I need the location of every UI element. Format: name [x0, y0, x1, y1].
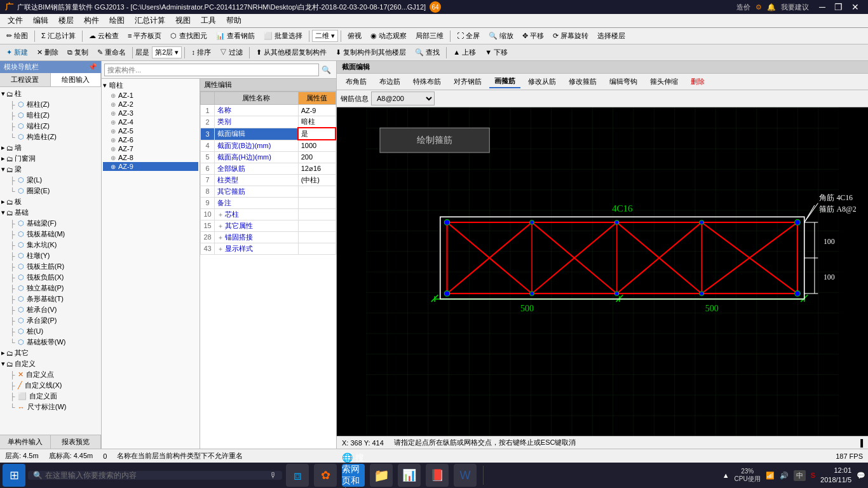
taskbar-arrow-icon[interactable]: ▲ — [722, 471, 729, 479]
tab-hook-extend[interactable]: 箍头伸缩 — [645, 76, 683, 88]
rename-btn[interactable]: ✎ 重命名 — [93, 46, 130, 58]
search-icon[interactable]: 🔍 — [319, 65, 334, 74]
tree-end-col[interactable]: ├ ⬡ 端柱(Z) — [1, 121, 100, 132]
tree-dim[interactable]: └↔尺寸标注(W) — [1, 402, 100, 412]
menu-file[interactable]: 文件 — [3, 14, 28, 27]
cloud-check-btn[interactable]: ☁ 云检查 — [85, 30, 123, 42]
tree-custom-line[interactable]: ├╱自定义线(X) — [1, 380, 100, 391]
tab-corner-bar[interactable]: 布角筋 — [341, 76, 372, 88]
notification-btn[interactable]: 💬 — [857, 471, 865, 480]
tree-window[interactable]: ▸ 🗂 门窗洞 — [1, 153, 100, 164]
find-btn[interactable]: 🔍 查找 — [411, 46, 444, 58]
tree-frame-col[interactable]: ├ ⬡ 框柱(Z) — [1, 99, 100, 110]
taskbar-search-input[interactable] — [45, 471, 267, 480]
fullscreen-btn[interactable]: ⛶ 全屏 — [453, 30, 484, 42]
tab-edit-hook[interactable]: 编辑弯钩 — [604, 76, 642, 88]
tree-pile[interactable]: ├⬡桩(U) — [1, 326, 100, 337]
copy-btn[interactable]: ⧉ 复制 — [64, 46, 92, 58]
tree-foundation[interactable]: ▾ 🗂 基础 — [1, 207, 100, 218]
start-btn[interactable]: ⊞ — [3, 464, 25, 487]
tree-struct-col[interactable]: └ ⬡ 构造柱(Z) — [1, 132, 100, 142]
comp-tree-anzcol[interactable]: ▾ 暗柱 — [103, 80, 198, 91]
menu-tools[interactable]: 工具 — [196, 14, 221, 27]
comp-az4[interactable]: ⊕ AZ-4 — [103, 118, 198, 126]
taskbar-app-excel[interactable]: 📊 — [398, 464, 421, 487]
move-down-btn[interactable]: ▼ 下移 — [481, 46, 512, 58]
taskbar-app-explorer[interactable]: ⧈ — [286, 464, 309, 487]
tree-indep-found[interactable]: ├⬡独立基础(P) — [1, 283, 100, 294]
tab-draw-stirrup[interactable]: 画箍筋 — [489, 75, 520, 88]
menu-help[interactable]: 帮助 — [221, 14, 247, 27]
restore-btn[interactable]: ❐ — [831, 2, 846, 12]
tree-beam-l[interactable]: ├ ⬡ 梁(L) — [1, 175, 100, 186]
ime-indicator[interactable]: 中 — [794, 470, 806, 481]
tree-custom-face[interactable]: ├⬜自定义面 — [1, 391, 100, 402]
tree-col-pier[interactable]: ├⬡柱墩(Y) — [1, 250, 100, 261]
comp-az8[interactable]: ⊕ AZ-8 — [103, 153, 198, 162]
canvas-area[interactable]: 绘制箍筋 500 500 — [337, 107, 868, 436]
copy-to-floor-btn[interactable]: ⬇ 复制构件到其他楼层 — [332, 46, 410, 58]
tree-col[interactable]: ▾ 🗂 柱 — [1, 88, 100, 99]
tab-draw-input[interactable]: 绘图输入 — [51, 73, 102, 86]
comp-az1[interactable]: ⊕ AZ-1 — [103, 91, 198, 100]
tree-beam[interactable]: ▾ 🗂 梁 — [1, 164, 100, 175]
menu-edit[interactable]: 编辑 — [28, 14, 53, 27]
filter-btn[interactable]: ▽ 过滤 — [216, 46, 247, 58]
taskbar-search-bar[interactable]: 🔍 🎙 — [28, 471, 282, 480]
search-input[interactable] — [104, 64, 319, 76]
screen-rotate-btn[interactable]: ⟳ 屏幕旋转 — [549, 30, 592, 42]
tab-special-bar[interactable]: 特殊布筋 — [408, 76, 446, 88]
menu-component[interactable]: 构件 — [79, 14, 104, 27]
top-view-btn[interactable]: 俯视 — [344, 30, 365, 42]
local-3d-btn[interactable]: 局部三维 — [412, 30, 447, 42]
comp-az7[interactable]: ⊕ AZ-7 — [103, 144, 198, 153]
comp-az2[interactable]: ⊕ AZ-2 — [103, 100, 198, 109]
view-steel-btn[interactable]: 📊 查看钢筋 — [212, 30, 259, 42]
tree-other[interactable]: ▸🗂其它 — [1, 348, 100, 358]
find-elem-btn[interactable]: ⬡ 查找图元 — [166, 30, 210, 42]
taskbar-app-word[interactable]: W — [454, 464, 477, 487]
menu-view[interactable]: 视图 — [170, 14, 196, 27]
tab-project-settings[interactable]: 工程设置 — [0, 73, 51, 86]
tree-slab[interactable]: ▸ 🗂 板 — [1, 196, 100, 207]
single-component-tab[interactable]: 单构件输入 — [0, 435, 51, 449]
delete-btn[interactable]: ✕ 删除 — [33, 46, 62, 58]
tab-modify-from[interactable]: 修改从筋 — [523, 76, 561, 88]
menu-calc[interactable]: 汇总计算 — [130, 14, 170, 27]
taskbar-app-flowers[interactable]: ✿ — [314, 464, 337, 487]
tree-ring-beam[interactable]: └ ⬡ 圈梁(E) — [1, 186, 100, 196]
tree-raft-neg[interactable]: ├⬡筏板负筋(X) — [1, 272, 100, 283]
floor-dropdown[interactable]: 第2层 ▾ — [152, 46, 182, 58]
cpu-indicator[interactable]: 23% CPU使用 — [735, 468, 761, 484]
comp-az3[interactable]: ⊕ AZ-3 — [103, 109, 198, 118]
steel-dropdown[interactable]: A8@200 A10@200 A8@100 — [371, 92, 435, 105]
tree-custom-point[interactable]: ├✕自定义点 — [1, 369, 100, 380]
comp-az5[interactable]: ⊕ AZ-5 — [103, 126, 198, 135]
tab-modify-stirrup[interactable]: 修改箍筋 — [564, 76, 602, 88]
tree-found-band[interactable]: └⬡基础板带(W) — [1, 337, 100, 348]
tab-edge-bar[interactable]: 布边筋 — [374, 76, 405, 88]
window-controls[interactable]: 造价 ⚙ 🔔 我要建议 ─ ❐ ✕ — [736, 2, 863, 12]
tree-found-beam[interactable]: ├⬡基础梁(F) — [1, 218, 100, 229]
floor-align-btn[interactable]: ≡ 平齐板页 — [124, 30, 165, 42]
menu-floor[interactable]: 楼层 — [53, 14, 79, 27]
batch-select-btn[interactable]: ⬜ 批量选择 — [260, 30, 306, 42]
tree-cap-beam[interactable]: ├⬡承台梁(P) — [1, 315, 100, 326]
taskbar-app-folder[interactable]: 📁 — [370, 464, 393, 487]
comp-az6[interactable]: ⊕ AZ-6 — [103, 135, 198, 144]
tree-dark-col[interactable]: ├ ⬡ 暗柱(Z) — [1, 110, 100, 121]
report-tab[interactable]: 报表预览 — [51, 435, 102, 449]
minimize-btn[interactable]: ─ — [815, 2, 829, 12]
draw-btn[interactable]: ✏ 绘图 — [3, 30, 32, 42]
move-up-btn[interactable]: ▲ 上移 — [449, 46, 480, 58]
pan-btn[interactable]: ✥ 平移 — [519, 30, 548, 42]
tree-raft-main[interactable]: ├⬡筏板主筋(R) — [1, 261, 100, 272]
nav-pin[interactable]: 📌 — [88, 63, 97, 71]
tree-strip-found[interactable]: ├⬡条形基础(T) — [1, 294, 100, 304]
tree-custom[interactable]: ▾🗂自定义 — [1, 358, 100, 369]
view-mode-dropdown[interactable]: 二维 ▾ — [312, 30, 338, 42]
comp-az9[interactable]: ⊕ AZ-9 — [103, 162, 198, 171]
tree-wall[interactable]: ▸ 🗂 墙 — [1, 142, 100, 153]
sort-btn[interactable]: ↕ 排序 — [187, 46, 215, 58]
tab-align-bar[interactable]: 对齐钢筋 — [449, 76, 487, 88]
